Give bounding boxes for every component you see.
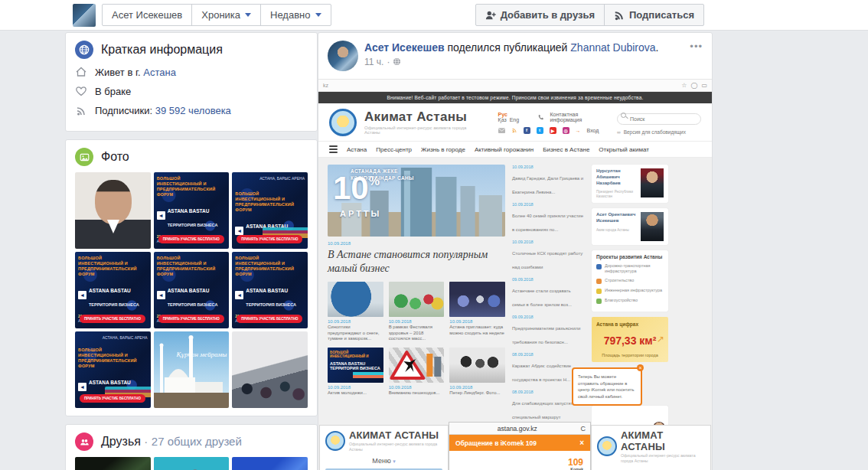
heart-icon <box>75 85 87 97</box>
friend-photo[interactable] <box>232 457 308 470</box>
news-date: 08.09.2018 <box>512 352 585 357</box>
tab-profile-name[interactable]: Асет Исекешев <box>103 5 192 25</box>
profile-sidebar: Краткая информация Живет в г. Астана В б… <box>65 32 318 470</box>
friends-title: Друзья <box>101 435 141 448</box>
photo-forum-banner[interactable]: АСТАНА, БАРЫС АРЕНА БОЛЬШОЙ ИНВЕСТИЦИОНН… <box>232 172 308 249</box>
nav-open-akimat: Открытый акимат <box>599 146 649 153</box>
friends-separator: · <box>144 435 148 448</box>
friend-photo[interactable] <box>75 457 151 470</box>
news-card: 10.09.2018 Петер Линдберг. Фото... <box>449 348 505 397</box>
mobile-site-subtitle: Официальный интернет-ресурс акимата горо… <box>621 453 705 464</box>
star-icon: ☆ <box>681 82 687 89</box>
rss-icon <box>75 104 87 116</box>
ikomek-tooltip-text: Теперь Вы можете отправить обращение в ц… <box>578 374 636 400</box>
banner-cta: ПРИНЯТЬ УЧАСТИЕ БЕСПЛАТНО <box>80 315 145 323</box>
profile-avatar-small[interactable] <box>73 4 96 27</box>
banner-cta: ПРИНЯТЬ УЧАСТИЕ БЕСПЛАТНО <box>158 235 224 243</box>
person-add-icon <box>485 10 496 21</box>
lives-city-link[interactable]: Астана <box>143 67 176 78</box>
growth-arrow-icon: ↗ <box>657 334 664 344</box>
banner-line1: БОЛЬШОЙ ИНВЕСТИЦИОННЫЙ И <box>157 176 227 187</box>
photo-portrait[interactable] <box>75 172 151 249</box>
banner-logo: ◄ <box>78 291 86 299</box>
site-news-item: 10.09.2018Более 40 семей приняли участие… <box>512 202 585 234</box>
site-news-item: 10.09.2018Давид Гареджи, Дали Грицаева и… <box>512 165 585 197</box>
photo-forum-banner[interactable]: БОЛЬШОЙ ИНВЕСТИЦИОННЫЙ И ПРЕДПРИНИМАТЕЛЬ… <box>75 252 151 328</box>
post-author-link[interactable]: Асет Исекешев <box>364 41 445 54</box>
akim-photo <box>641 212 664 241</box>
followers-count-link[interactable]: 39 592 человека <box>155 105 231 116</box>
friend-photo[interactable] <box>154 457 230 470</box>
screenshot-url-fragment: kz <box>323 83 328 88</box>
news-card: БОЛЬШОЙ ИНВЕСТИЦИОННЫЙ И ASTANA BASTAU Т… <box>328 348 383 397</box>
news-image-event <box>449 282 505 317</box>
photo-forum-banner[interactable]: БОЛЬШОЙ ИНВЕСТИЦИОННЫЙ И ПРЕДПРИНИМАТЕЛЬ… <box>232 252 308 328</box>
post-byline: Асет Исекешев поделился публикацией Zhan… <box>364 41 659 55</box>
follow-label: Подписаться <box>629 9 694 21</box>
mobile-site-title: АКИМАТ АСТАНЫ <box>349 429 442 441</box>
president-role: Президент Республики Казахстан <box>596 190 638 199</box>
mobile-site-subtitle: Официальный интернет-ресурс акимата горо… <box>349 442 442 452</box>
site-header-middle: Рус ҚазEng Контактная информация f t ▶ ◎… <box>498 112 609 134</box>
banner-line2: ПРЕДПРИНИМАТЕЛЬСКИЙ ФОРУМ <box>235 266 305 277</box>
chevron-down-icon: ▾ <box>393 459 396 464</box>
login-link: Вход <box>587 128 599 133</box>
news-card-caption: Петер Линдберг. Фото... <box>449 390 505 397</box>
mutual-friends-link[interactable]: 27 общих друзей <box>152 435 242 448</box>
banner-brand: ASTANA BASTAU <box>246 288 288 293</box>
language-switcher: Рус ҚазEng <box>498 112 532 122</box>
post-author-avatar[interactable] <box>328 41 358 71</box>
project-item: Инженерная инфраструктура <box>605 288 662 293</box>
mail-icon <box>498 128 505 133</box>
landscaping-icon <box>596 299 602 304</box>
tab-sort-recent[interactable]: Недавно <box>261 5 330 25</box>
photo-forum-banner[interactable]: БОЛЬШОЙ ИНВЕСТИЦИОННЫЙ И ПРЕДПРИНИМАТЕЛЬ… <box>154 252 230 328</box>
banner-line2: ПРЕДПРИНИМАТЕЛЬСКИЙ ФОРУМ <box>157 266 227 277</box>
photo-crowd[interactable] <box>232 331 308 408</box>
post-menu-button[interactable]: ••• <box>690 41 703 52</box>
post-period: . <box>656 41 659 54</box>
figures-title: Астана в цифрах <box>596 321 664 327</box>
banner-venue: АСТАНА, БАРЫС АРЕНА <box>78 335 148 340</box>
site-test-mode-notice: Внимание! Веб-сайт работает в тестовом р… <box>318 92 712 103</box>
followers-label: Подписчики: <box>95 105 152 116</box>
about-followers-row: Подписчики: 39 592 человека <box>75 104 308 116</box>
add-friend-button[interactable]: Добавить в друзья <box>476 5 605 25</box>
news-text: Астанчане стали создавать семьи в более … <box>512 289 572 307</box>
president-card: Нурсултан Абишевич Назарбаев Президент Р… <box>592 165 668 203</box>
photo-forum-banner[interactable]: БОЛЬШОЙ ИНВЕСТИЦИОННЫЙ И ПРЕДПРИНИМАТЕЛЬ… <box>154 172 230 249</box>
banner-line1: БОЛЬШОЙ ИНВЕСТИЦИОННЫЙ И <box>235 191 305 202</box>
hero-percent: % <box>369 175 380 188</box>
site-news-item: 09.09.2018Астанчане стали создавать семь… <box>512 277 585 309</box>
mobile-site-title: АКИМАТ АСТАНЫ <box>621 429 705 452</box>
close-icon: × <box>637 364 644 371</box>
banner-brand-sub: ТЕРРИТОРИЯ БИЗНЕСА <box>168 302 218 307</box>
chevron-down-icon <box>245 13 251 17</box>
post-attachment-image[interactable]: kz ☆◯▭ Внимание! Веб-сайт работает в тес… <box>318 79 712 470</box>
circle-icon: ◯ <box>690 82 697 89</box>
site-subtitle: Официальный интернет-ресурс акимата горо… <box>364 126 480 135</box>
follow-button[interactable]: Подписаться <box>605 5 703 25</box>
news-card-caption: Астана приглашает: куда можно сходить на… <box>449 325 505 336</box>
photo-mosque[interactable]: Құрбан мейрамы <box>154 331 230 408</box>
site-social-row: f t ▶ ◎ → Вход <box>498 127 609 134</box>
tab-timeline[interactable]: Хроника <box>192 5 261 25</box>
rss-icon <box>614 10 625 21</box>
news-text: Более 40 семей приняли участие в соревно… <box>512 214 583 232</box>
facebook-profile-page: Асет Исекешев Хроника Недавно Добавить в… <box>0 0 868 470</box>
glasses-icon: ∞ <box>617 129 621 135</box>
lead-article-date: 10.09.2018 <box>328 241 505 246</box>
reload-icon: C <box>581 425 586 432</box>
nav-press-center: Пресс-центр <box>376 146 412 153</box>
nav-business: Бизнес в Астане <box>543 146 589 153</box>
road-icon <box>596 264 602 269</box>
photo-forum-banner[interactable]: АСТАНА, БАРЫС АРЕНА БОЛЬШОЙ ИНВЕСТИЦИОНН… <box>75 331 151 408</box>
tab-timeline-label: Хроника <box>201 9 240 21</box>
photos-card-title: Фото <box>101 150 129 164</box>
post-shared-from-link[interactable]: Zhannat Dubirova <box>570 41 655 54</box>
post-time[interactable]: 11 ч. <box>364 57 383 67</box>
astana-crest-logo <box>329 109 357 136</box>
news-text: Предпринимателям разъяснили требования п… <box>512 326 580 344</box>
accessibility-label: Версия для слабовидящих <box>624 129 686 135</box>
banner-cta: ПРИНЯТЬ УЧАСТИЕ БЕСПЛАТНО <box>158 315 224 323</box>
